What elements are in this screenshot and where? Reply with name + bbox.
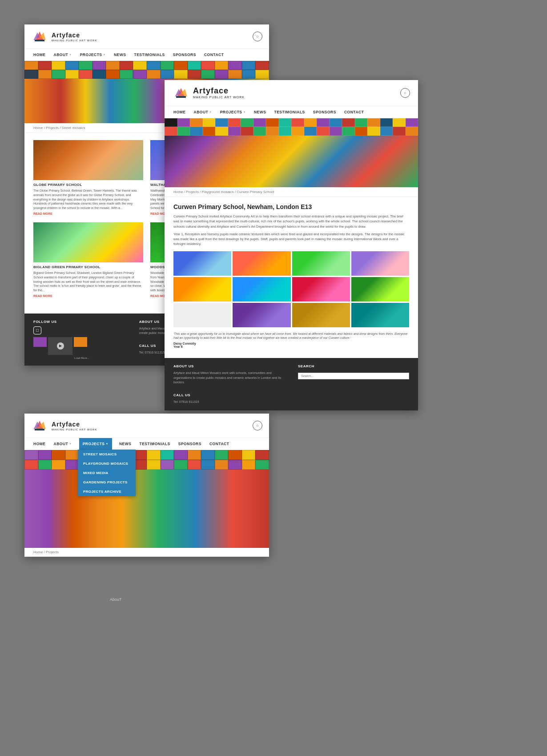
front-nav-sponsors[interactable]: SPONSORS (178, 438, 201, 450)
curwen-desc: Year 1, Reception and Nursery pupils mad… (173, 232, 409, 247)
middle-nav-news[interactable]: NEWS (254, 106, 266, 118)
dropdown-gardening-projects[interactable]: GARDENING PROJECTS (78, 478, 136, 487)
search-button[interactable]: ○ (253, 32, 262, 41)
svg-rect-7 (176, 96, 186, 98)
front-nav-about[interactable]: ABOUT ▼ (54, 438, 72, 450)
front-nav-projects[interactable]: PROJECTS ▼ (79, 438, 112, 450)
gallery-img-5 (173, 277, 231, 302)
front-nav-news[interactable]: NEWS (119, 438, 132, 450)
project-card-bigland: BIGLAND GREEN PRIMARY SCHOOL Bigland Gre… (33, 222, 143, 298)
gallery-img-8 (351, 277, 409, 302)
footer-instagram: FOLLOW US □ ▶ Load More... (33, 320, 130, 359)
middle-footer-about: ABOUT US Artyface and Maud Milton Mosaic… (173, 364, 285, 404)
projects-dropdown: STREET MOSAICS PLAYGROUND MOSAICS MIXED … (78, 450, 136, 496)
gallery-img-7 (292, 277, 350, 302)
curwen-window: Artyface MAKING PUBLIC ART WORK ○ HOME A… (165, 80, 418, 410)
instagram-thumb-3 (74, 337, 87, 347)
front-nav-testimonials[interactable]: TESTIMONIALS (139, 438, 170, 450)
footer-search-input[interactable] (298, 373, 409, 379)
gallery-img-2 (233, 251, 290, 276)
middle-logo-icon (173, 84, 189, 101)
middle-nav-home[interactable]: HOME (173, 106, 186, 118)
middle-footer-search: SEARCH (298, 364, 409, 404)
project-thumb-globe (33, 140, 143, 180)
instagram-thumb-1 (33, 337, 47, 347)
middle-logo[interactable]: Artyface MAKING PUBLIC ART WORK (173, 84, 245, 101)
front-logo[interactable]: Artyface MAKING PUBLIC ART WORK (31, 417, 97, 434)
front-logo-text: Artyface MAKING PUBLIC ART WORK (52, 420, 97, 431)
gallery-img-10 (233, 303, 290, 327)
nav-projects[interactable]: PROJECTS ▼ (80, 49, 106, 60)
front-search-button[interactable]: ○ (253, 421, 262, 430)
gallery-img-3 (292, 251, 350, 276)
middle-nav-sponsors[interactable]: SPONSORS (313, 106, 336, 118)
about-label: AbouT (110, 597, 122, 602)
middle-search-button[interactable]: ○ (400, 88, 410, 98)
curwen-attribution: Daisy ConnollyYear 6 (173, 342, 409, 348)
dropdown-mixed-media[interactable]: MIXED MEDIA (78, 468, 136, 478)
curwen-intro: Curwen Primary School invited Artyface C… (173, 214, 409, 229)
nav-news[interactable]: NEWS (114, 49, 126, 60)
nav-home[interactable]: HOME (33, 49, 46, 60)
front-hero (24, 450, 269, 548)
read-more-bigland[interactable]: READ MORE (33, 294, 143, 298)
middle-footer: ABOUT US Artyface and Maud Milton Mosaic… (165, 358, 418, 410)
curwen-title: Curwen Primary School, Newham, London E1… (173, 203, 409, 210)
project-card-globe: GLOBE PRIMARY SCHOOL The Globe Primary S… (33, 140, 143, 215)
logo-text: Artyface MAKING PUBLIC ART WORK (52, 31, 97, 42)
front-navigation: HOME ABOUT ▼ PROJECTS ▼ NEWS TESTIMONIAL… (24, 438, 269, 450)
instagram-thumbs: ▶ (33, 337, 130, 355)
read-more-globe[interactable]: READ MORE (33, 212, 143, 215)
front-nav-home[interactable]: HOME (33, 438, 46, 450)
middle-nav-testimonials[interactable]: TESTIMONIALS (274, 106, 305, 118)
gallery-img-12 (351, 303, 409, 327)
middle-nav-contact[interactable]: CONTACT (344, 106, 364, 118)
curwen-content: Curwen Primary School, Newham, London E1… (165, 197, 418, 354)
gallery-img-11 (292, 303, 350, 327)
front-window: Artyface MAKING PUBLIC ART WORK ○ HOME A… (24, 414, 269, 557)
load-more-button[interactable]: Load More... (33, 357, 130, 359)
instagram-icon[interactable]: □ (33, 326, 41, 334)
front-header: Artyface MAKING PUBLIC ART WORK ○ (24, 414, 269, 438)
middle-nav-projects[interactable]: PROJECTS ▼ (220, 106, 246, 118)
nav-about[interactable]: ABOUT ▼ (54, 49, 72, 60)
middle-hero (165, 118, 418, 187)
project-thumb-bigland (33, 222, 143, 262)
dropdown-street-mosaics[interactable]: STREET MOSAICS (78, 450, 136, 459)
header: Artyface MAKING PUBLIC ART WORK ○ (24, 24, 269, 49)
gallery-img-6 (233, 277, 290, 302)
curwen-gallery (173, 251, 409, 327)
front-logo-icon (31, 417, 48, 434)
logo-area[interactable]: Artyface MAKING PUBLIC ART WORK (31, 28, 97, 45)
dropdown-projects-archive[interactable]: PROJECTS ARCHIVE (78, 487, 136, 496)
logo-icon (31, 28, 48, 45)
play-button[interactable]: ▶ (57, 342, 64, 350)
front-nav-contact[interactable]: CONTACT (209, 438, 229, 450)
gallery-img-9 (173, 303, 231, 327)
nav-contact[interactable]: CONTACT (204, 49, 224, 60)
middle-header: Artyface MAKING PUBLIC ART WORK ○ (165, 80, 418, 106)
middle-logo-text: Artyface MAKING PUBLIC ART WORK (193, 87, 245, 99)
svg-rect-11 (35, 429, 44, 430)
nav-sponsors[interactable]: SPONSORS (173, 49, 196, 60)
curwen-quote: 'This was a great opportunity for us to … (173, 332, 409, 341)
middle-nav-about[interactable]: ABOUT ▼ (194, 106, 212, 118)
gallery-img-4 (351, 251, 409, 276)
instagram-video[interactable]: ▶ (48, 337, 72, 355)
front-breadcrumb: Home / Projects (24, 548, 269, 557)
dropdown-playground-mosaics[interactable]: PLAYGROUND MOSAICS (78, 459, 136, 468)
nav-testimonials[interactable]: TESTIMONIALS (134, 49, 165, 60)
navigation: HOME ABOUT ▼ PROJECTS ▼ NEWS TESTIMONIAL… (24, 49, 269, 61)
middle-breadcrumb: Home / Projects / Playground mosaics / C… (165, 187, 418, 197)
gallery-img-1 (173, 251, 231, 276)
svg-rect-3 (35, 40, 44, 41)
middle-navigation: HOME ABOUT ▼ PROJECTS ▼ NEWS TESTIMONIAL… (165, 106, 418, 118)
